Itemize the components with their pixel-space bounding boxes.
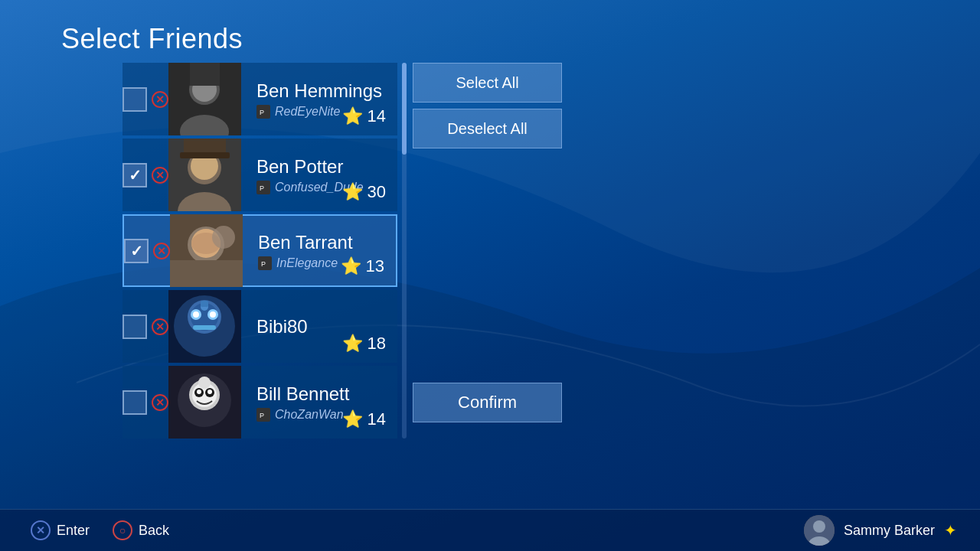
svg-text:P: P bbox=[260, 109, 264, 116]
friends-list-container: ✕ Ben Hemmings P RedEyeNite ⭐ 14 ✓ bbox=[122, 63, 397, 439]
friend-name: Ben Potter bbox=[256, 156, 382, 178]
action-sidebar: Select All Deselect All Confirm bbox=[413, 63, 566, 438]
friend-avatar bbox=[168, 290, 241, 363]
svg-rect-13 bbox=[180, 152, 230, 158]
svg-point-44 bbox=[198, 377, 211, 389]
friend-stars: ⭐ 14 bbox=[342, 409, 386, 429]
back-label: Back bbox=[139, 523, 169, 539]
friend-item[interactable]: ✕ Ben Hemmings P RedEyeNite ⭐ 14 bbox=[122, 63, 397, 135]
remove-button[interactable]: ✕ bbox=[152, 167, 168, 184]
friend-checkbox[interactable] bbox=[122, 390, 147, 415]
confirm-button[interactable]: Confirm bbox=[413, 383, 562, 422]
friend-item[interactable]: ✕ Bill Bennett P ChoZanWan ⭐ 14 bbox=[122, 366, 397, 439]
svg-rect-5 bbox=[190, 63, 220, 86]
star-icon: ⭐ bbox=[342, 106, 363, 126]
deselect-all-button[interactable]: Deselect All bbox=[413, 109, 562, 148]
friend-checkbox[interactable]: ✓ bbox=[122, 163, 147, 187]
remove-button[interactable]: ✕ bbox=[152, 318, 168, 335]
friend-name: Bill Bennett bbox=[256, 383, 382, 405]
svg-point-22 bbox=[212, 226, 235, 249]
psn-name: ChoZanWan bbox=[275, 408, 344, 422]
friend-name: Ben Hemmings bbox=[256, 80, 382, 102]
bottom-bar: ✕ Enter ○ Back Sammy Barker ✦ bbox=[0, 509, 980, 551]
checkbox-area: ✕ bbox=[122, 315, 168, 339]
svg-text:P: P bbox=[261, 260, 266, 268]
friends-list: ✕ Ben Hemmings P RedEyeNite ⭐ 14 ✓ bbox=[122, 63, 397, 439]
svg-text:P: P bbox=[260, 412, 264, 419]
svg-rect-33 bbox=[193, 325, 216, 330]
remove-button[interactable]: ✕ bbox=[152, 394, 168, 411]
star-count: 13 bbox=[366, 256, 384, 276]
star-icon: ⭐ bbox=[342, 409, 363, 429]
friend-avatar bbox=[168, 139, 241, 211]
star-count: 30 bbox=[368, 182, 386, 202]
remove-button[interactable]: ✕ bbox=[153, 243, 170, 259]
page-title: Select Friends bbox=[61, 23, 980, 55]
svg-point-42 bbox=[197, 390, 201, 394]
friend-item[interactable]: ✓ ✕ Ben Potter P Confused_Dude ⭐ 30 bbox=[122, 139, 397, 211]
checkbox-area: ✕ bbox=[122, 87, 168, 112]
star-count: 14 bbox=[368, 106, 386, 126]
svg-point-43 bbox=[207, 390, 212, 394]
bottom-controls: ✕ Enter ○ Back bbox=[31, 520, 169, 540]
star-icon: ⭐ bbox=[342, 182, 363, 202]
friend-checkbox[interactable] bbox=[122, 315, 147, 339]
remove-button[interactable]: ✕ bbox=[152, 91, 168, 108]
friend-item[interactable]: ✕ Bibi80 ⭐ 18 bbox=[122, 290, 397, 363]
svg-point-31 bbox=[193, 311, 199, 318]
enter-control: ✕ Enter bbox=[31, 520, 90, 540]
friend-stars: ⭐ 13 bbox=[341, 256, 384, 276]
friend-checkbox[interactable]: ✓ bbox=[124, 239, 149, 263]
main-area: ✕ Ben Hemmings P RedEyeNite ⭐ 14 ✓ bbox=[0, 63, 980, 509]
friend-stars: ⭐ 14 bbox=[342, 106, 386, 126]
psn-icon: P bbox=[256, 408, 270, 422]
checkmark-icon: ✓ bbox=[130, 242, 143, 260]
svg-point-32 bbox=[210, 311, 216, 318]
header: Select Friends bbox=[0, 0, 980, 63]
select-all-button[interactable]: Select All bbox=[413, 63, 562, 103]
svg-rect-21 bbox=[170, 260, 243, 287]
ps-plus-icon: ✦ bbox=[944, 521, 957, 540]
friend-name: Ben Tarrant bbox=[258, 232, 381, 253]
scrollbar[interactable] bbox=[402, 63, 407, 439]
enter-label: Enter bbox=[57, 523, 90, 539]
psn-name: RedEyeNite bbox=[275, 105, 340, 119]
star-count: 14 bbox=[368, 409, 386, 429]
svg-rect-35 bbox=[201, 301, 208, 307]
o-button-icon: ○ bbox=[113, 520, 132, 540]
svg-text:P: P bbox=[260, 184, 264, 192]
x-button-icon: ✕ bbox=[31, 520, 51, 540]
username: Sammy Barker bbox=[844, 523, 935, 539]
friend-item[interactable]: ✓ ✕ Ben Tarrant P InElegance ⭐ 13 bbox=[122, 214, 397, 287]
user-profile: Sammy Barker ✦ bbox=[804, 515, 957, 546]
page-content: Select Friends ✕ Ben Hemmings P bbox=[0, 0, 980, 551]
user-avatar bbox=[804, 515, 835, 546]
checkmark-icon: ✓ bbox=[129, 166, 142, 184]
svg-point-48 bbox=[813, 520, 825, 533]
star-icon: ⭐ bbox=[342, 334, 363, 354]
star-count: 18 bbox=[368, 334, 386, 354]
friend-checkbox[interactable] bbox=[122, 87, 147, 112]
friend-avatar bbox=[170, 214, 243, 287]
scroll-thumb[interactable] bbox=[402, 63, 407, 155]
checkbox-area: ✓ ✕ bbox=[122, 163, 168, 187]
psn-icon: P bbox=[256, 181, 270, 194]
psn-icon: P bbox=[258, 256, 272, 270]
psn-icon: P bbox=[256, 105, 270, 119]
back-control: ○ Back bbox=[113, 520, 169, 540]
checkbox-area: ✕ bbox=[122, 390, 168, 415]
friend-avatar bbox=[168, 63, 241, 135]
star-icon: ⭐ bbox=[341, 256, 361, 276]
friend-stars: ⭐ 18 bbox=[342, 334, 386, 354]
checkbox-area: ✓ ✕ bbox=[124, 239, 170, 263]
psn-name: InElegance bbox=[276, 256, 338, 270]
sidebar-top-buttons: Select All Deselect All bbox=[413, 63, 566, 148]
friend-avatar bbox=[168, 366, 241, 439]
friend-stars: ⭐ 30 bbox=[342, 182, 386, 202]
